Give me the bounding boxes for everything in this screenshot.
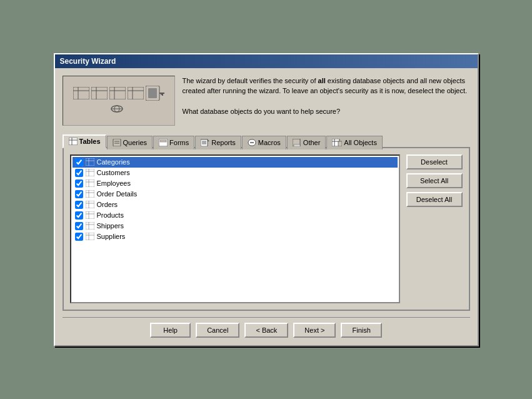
finish-button[interactable]: Finish	[341, 323, 381, 338]
svg-rect-3	[91, 87, 108, 99]
tab-forms-label: Forms	[169, 139, 189, 146]
list-item-label: Order Details	[97, 190, 138, 198]
list-item[interactable]: Customers	[73, 168, 398, 178]
table-row-icon	[86, 233, 94, 240]
list-item-label: Customers	[97, 169, 130, 176]
svg-rect-62	[86, 233, 94, 240]
list-item[interactable]: Categories	[73, 157, 398, 168]
tab-tables[interactable]: Tables	[63, 134, 106, 148]
svg-rect-9	[128, 87, 144, 99]
svg-rect-50	[86, 190, 94, 198]
item-checkbox-shippers[interactable]	[75, 222, 83, 230]
item-checkbox-employees[interactable]	[75, 179, 83, 188]
side-buttons: Deselect Select All Deselect All	[406, 154, 463, 303]
tab-reports[interactable]: Reports	[195, 136, 241, 149]
table-row-icon	[86, 179, 94, 187]
svg-rect-44	[86, 169, 94, 176]
cancel-button[interactable]: Cancel	[196, 323, 239, 338]
dialog-title: Security Wizard	[60, 57, 116, 66]
select-all-button[interactable]: Select All	[406, 173, 463, 188]
svg-rect-13	[148, 88, 157, 98]
table-row-icon	[86, 190, 94, 198]
link-icon	[111, 103, 127, 115]
top-section: The wizard by default verifies the secur…	[63, 76, 470, 126]
divider	[63, 317, 470, 318]
table-row-icon	[86, 169, 94, 176]
item-checkbox-categories[interactable]	[75, 158, 83, 166]
svg-rect-41	[86, 158, 94, 166]
help-button[interactable]: Help	[150, 323, 191, 338]
other-tab-icon	[293, 139, 301, 146]
next-button[interactable]: Next >	[293, 323, 336, 338]
security-wizard-dialog: Security Wizard	[54, 53, 479, 346]
bottom-buttons: Help Cancel < Back Next > Finish	[63, 323, 470, 338]
all-objects-tab-icon	[332, 139, 342, 146]
item-checkbox-products[interactable]	[75, 211, 83, 220]
list-item-label: Categories	[97, 158, 130, 166]
list-item[interactable]: Orders	[73, 200, 398, 210]
reports-tab-icon	[201, 139, 209, 146]
svg-rect-0	[73, 87, 89, 99]
tables-list[interactable]: Categories Customers Employees Order Det…	[70, 154, 400, 303]
svg-rect-40	[338, 141, 342, 146]
description-text: The wizard by default verifies the secur…	[183, 76, 470, 117]
list-item-label: Employees	[97, 179, 131, 187]
tab-reports-label: Reports	[211, 139, 236, 146]
item-checkbox-order-details[interactable]	[75, 190, 83, 198]
tab-all-objects[interactable]: All Objects	[326, 136, 383, 149]
svg-rect-53	[86, 201, 94, 208]
tab-all-objects-label: All Objects	[344, 139, 377, 146]
key-icon	[146, 86, 164, 101]
list-item[interactable]: Products	[73, 210, 398, 221]
item-checkbox-suppliers[interactable]	[75, 233, 83, 241]
svg-rect-23	[113, 139, 121, 146]
tables-tab-icon	[69, 138, 78, 145]
svg-rect-47	[86, 179, 94, 187]
list-item-label: Shippers	[97, 222, 124, 230]
list-item-label: Products	[97, 211, 124, 219]
svg-rect-56	[86, 211, 94, 219]
list-item[interactable]: Shippers	[73, 221, 398, 231]
tab-tables-label: Tables	[79, 138, 101, 145]
svg-rect-27	[160, 140, 166, 142]
icon-panel	[63, 76, 175, 126]
title-bar: Security Wizard	[55, 54, 478, 68]
tab-forms[interactable]: Forms	[153, 136, 194, 149]
content-area: Categories Customers Employees Order Det…	[63, 148, 470, 311]
tab-macros-label: Macros	[258, 139, 281, 146]
tab-other[interactable]: Other	[287, 136, 326, 149]
back-button[interactable]: < Back	[244, 323, 288, 338]
svg-rect-20	[69, 138, 78, 145]
tabs-container: Tables Queries Forms Reports Macros Othe…	[63, 133, 470, 148]
list-item-label: Suppliers	[97, 233, 126, 240]
table-icon-4	[128, 87, 144, 99]
list-item[interactable]: Employees	[73, 178, 398, 189]
item-checkbox-orders[interactable]	[75, 201, 83, 209]
tab-macros[interactable]: Macros	[242, 136, 286, 149]
tab-other-label: Other	[303, 139, 321, 146]
svg-rect-59	[86, 222, 94, 230]
table-icon-3	[109, 87, 126, 99]
item-checkbox-customers[interactable]	[75, 169, 83, 177]
table-row-icon	[86, 211, 94, 219]
list-item-label: Orders	[97, 201, 118, 208]
list-item[interactable]: Suppliers	[73, 231, 398, 242]
table-row-icon	[86, 201, 94, 208]
tab-queries-label: Queries	[123, 139, 148, 146]
table-row-icon	[86, 158, 94, 166]
table-row-icon	[86, 222, 94, 230]
tab-queries[interactable]: Queries	[107, 136, 153, 149]
svg-rect-36	[294, 144, 300, 146]
dialog-body: The wizard by default verifies the secur…	[55, 68, 478, 345]
macros-tab-icon	[248, 139, 256, 146]
table-icon-1	[73, 87, 89, 99]
list-item[interactable]: Order Details	[73, 189, 398, 200]
deselect-button[interactable]: Deselect	[406, 154, 463, 169]
forms-tab-icon	[159, 139, 168, 146]
queries-tab-icon	[113, 139, 121, 146]
svg-rect-6	[109, 87, 126, 99]
table-icon-2	[91, 87, 108, 99]
deselect-all-button[interactable]: Deselect All	[406, 192, 463, 207]
